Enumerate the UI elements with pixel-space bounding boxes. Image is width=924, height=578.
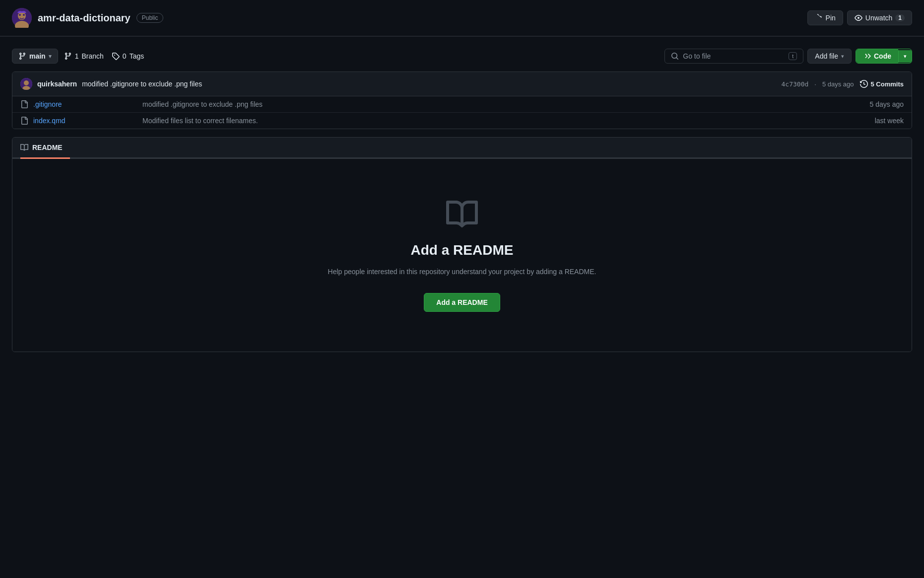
branches-icon (64, 52, 72, 60)
commit-right: 4c7300d · 5 days ago 5 Commits (782, 80, 904, 88)
commit-time: 5 days ago (822, 80, 854, 88)
search-icon (671, 52, 679, 60)
tags-icon (112, 52, 120, 60)
file-name-index[interactable]: index.qmd (33, 117, 132, 125)
unwatch-label: Unwatch (865, 14, 892, 22)
branch-chevron: ▾ (49, 53, 52, 60)
add-file-label: Add file (815, 52, 838, 60)
unwatch-count: 1 (895, 14, 905, 21)
repo-name: amr-data-dictionary (38, 12, 131, 24)
commit-row: quirksahern modified .gitignore to exclu… (12, 72, 912, 96)
code-label: Code (874, 52, 891, 60)
readme-section: README Add a README Help people interest… (12, 137, 912, 352)
file-icon (20, 117, 28, 125)
commits-count-label: 5 Commits (871, 80, 904, 88)
toolbar-right: Go to file t Add file ▾ Code ▾ (664, 49, 912, 64)
table-row: index.qmd Modified files list to correct… (12, 113, 912, 129)
add-file-button[interactable]: Add file ▾ (807, 49, 852, 64)
tags-count: 0 (123, 52, 127, 60)
repo-content: quirksahern modified .gitignore to exclu… (0, 72, 924, 352)
svg-point-3 (19, 14, 21, 16)
file-time-index: last week (875, 117, 904, 125)
search-shortcut: t (789, 52, 797, 60)
commit-separator: · (814, 80, 816, 88)
code-button-group: Code ▾ (856, 49, 912, 64)
repo-header-right: Pin Unwatch 1 (807, 10, 912, 25)
add-readme-button[interactable]: Add a README (424, 293, 500, 312)
pin-label: Pin (826, 14, 836, 22)
search-placeholder: Go to file (683, 52, 711, 60)
visibility-badge: Public (136, 13, 164, 23)
code-dropdown-button[interactable]: ▾ (898, 50, 912, 63)
svg-point-4 (23, 14, 25, 16)
readme-add-title: Add a README (411, 242, 514, 258)
branch-select[interactable]: main ▾ (12, 49, 58, 64)
svg-point-6 (24, 80, 29, 85)
repo-header-left: amr-data-dictionary Public (12, 8, 163, 28)
branches-count: 1 (75, 52, 79, 60)
branch-icon (18, 52, 26, 60)
code-main-button[interactable]: Code (856, 49, 898, 63)
tags-link[interactable]: 0 Tags (112, 52, 144, 60)
file-commit-msg-gitignore: modified .gitignore to exclude .png file… (132, 100, 870, 108)
readme-large-book-icon (446, 199, 478, 230)
code-icon (863, 52, 871, 60)
avatar (12, 8, 32, 28)
table-row: .gitignore modified .gitignore to exclud… (12, 96, 912, 113)
readme-header: README (12, 138, 912, 159)
branch-current: main (29, 52, 46, 60)
commit-message: modified .gitignore to exclude .png file… (82, 80, 202, 88)
add-file-chevron: ▾ (841, 53, 844, 60)
commit-username[interactable]: quirksahern (37, 80, 77, 88)
go-to-file-search[interactable]: Go to file t (664, 49, 803, 64)
tags-label: Tags (130, 52, 144, 60)
file-commit-msg-index: Modified files list to correct filenames… (132, 117, 875, 125)
pin-button[interactable]: Pin (807, 10, 843, 25)
code-dropdown-chevron: ▾ (904, 53, 907, 60)
readme-body: Add a README Help people interested in t… (12, 159, 912, 352)
readme-title: README (32, 144, 63, 151)
commit-left: quirksahern modified .gitignore to exclu… (20, 78, 202, 90)
pin-icon (815, 14, 823, 22)
eye-icon (855, 14, 862, 22)
file-browser: quirksahern modified .gitignore to exclu… (12, 72, 912, 129)
repo-header: amr-data-dictionary Public Pin Unwatch 1 (0, 0, 924, 36)
branch-info: 1 Branch 0 Tags (64, 52, 144, 60)
book-icon (20, 144, 28, 151)
unwatch-button[interactable]: Unwatch 1 (847, 10, 912, 25)
branches-label: Branch (81, 52, 103, 60)
readme-description: Help people interested in this repositor… (328, 266, 596, 277)
file-name-gitignore[interactable]: .gitignore (33, 100, 132, 108)
branches-link[interactable]: 1 Branch (64, 52, 104, 60)
file-icon (20, 100, 28, 108)
toolbar: main ▾ 1 Branch 0 Tags (0, 41, 924, 72)
toolbar-left: main ▾ 1 Branch 0 Tags (12, 49, 144, 64)
history-icon (860, 80, 868, 88)
commits-link[interactable]: 5 Commits (860, 80, 904, 88)
commit-hash[interactable]: 4c7300d (782, 80, 809, 88)
commit-avatar (20, 78, 32, 90)
file-time-gitignore: 5 days ago (870, 100, 904, 108)
